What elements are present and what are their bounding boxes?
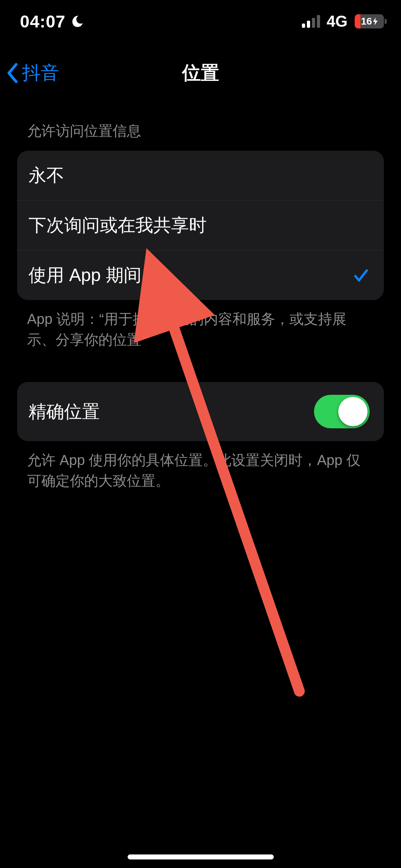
checkmark-icon: [353, 267, 370, 284]
do-not-disturb-icon: [71, 14, 85, 29]
location-option-ask-next-time[interactable]: 下次询问或在我共享时: [17, 200, 384, 250]
home-indicator[interactable]: [128, 854, 274, 859]
precise-location-toggle[interactable]: [314, 395, 370, 428]
back-label: 抖音: [22, 61, 59, 86]
location-option-while-using[interactable]: 使用 App 期间: [17, 250, 384, 300]
status-right: 4G 16: [302, 12, 384, 30]
content: 允许访问位置信息 永不 下次询问或在我共享时 使用 App 期间 App 说明：…: [0, 114, 401, 491]
location-option-never[interactable]: 永不: [17, 151, 384, 200]
location-explanation-footer: App 说明：“用于推荐附近的内容和服务，或支持展示、分享你的位置”: [17, 300, 384, 350]
precise-location-footer: 允许 App 使用你的具体位置。此设置关闭时，App 仅可确定你的大致位置。: [17, 441, 384, 491]
status-left: 04:07: [20, 12, 85, 31]
option-label: 使用 App 期间: [29, 263, 142, 287]
page-title: 位置: [182, 61, 219, 86]
cellular-signal-icon: [302, 15, 320, 28]
battery-percent-label: 16: [355, 16, 384, 27]
navigation-bar: 抖音 位置: [0, 50, 401, 96]
chevron-left-icon: [6, 63, 19, 83]
location-options-group: 永不 下次询问或在我共享时 使用 App 期间: [17, 151, 384, 300]
option-label: 永不: [29, 164, 64, 187]
battery-icon: 16: [355, 14, 384, 29]
precise-location-group: 精确位置: [17, 382, 384, 441]
option-label: 下次询问或在我共享时: [29, 213, 207, 237]
location-access-header: 允许访问位置信息: [17, 114, 384, 151]
precise-location-row[interactable]: 精确位置: [17, 382, 384, 441]
network-type: 4G: [327, 12, 348, 30]
precise-location-label: 精确位置: [29, 400, 100, 424]
status-time: 04:07: [20, 12, 66, 31]
charging-bolt-icon: [373, 17, 378, 25]
toggle-knob: [338, 397, 367, 426]
status-bar: 04:07 4G 16: [0, 0, 401, 43]
back-button[interactable]: 抖音: [6, 50, 59, 96]
